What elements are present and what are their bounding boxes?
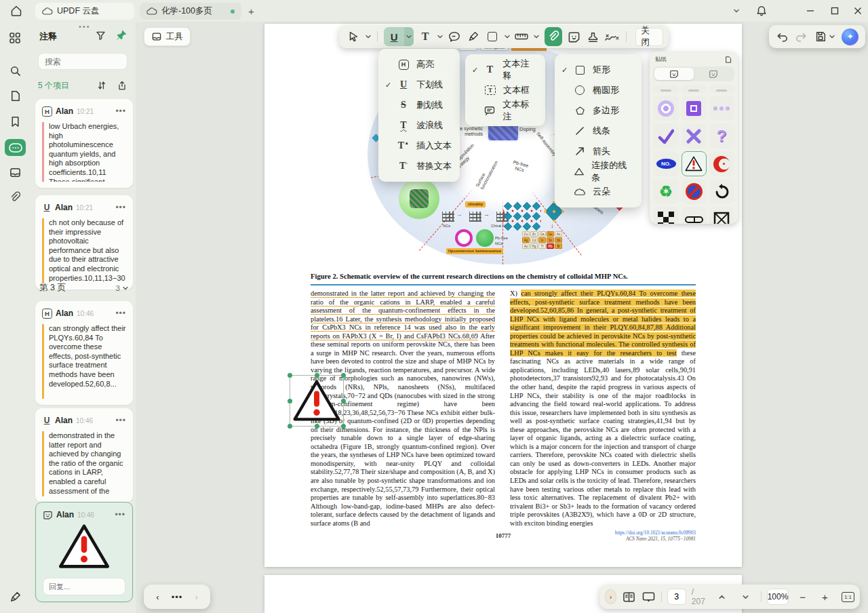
zoom-level[interactable]: 100%	[767, 589, 789, 605]
measure-tool[interactable]	[513, 27, 530, 46]
menu-item-rectangle[interactable]: ✓矩形	[555, 60, 642, 80]
menu-item-polygon[interactable]: ✓多边形	[555, 100, 642, 121]
menu-item-text-comment[interactable]: ✓T文本注释	[465, 60, 545, 80]
resize-handle[interactable]	[288, 399, 292, 403]
more-options-icon[interactable]: •••	[115, 416, 126, 425]
sticker-partial[interactable]	[654, 85, 679, 93]
resize-handle[interactable]	[288, 424, 292, 429]
resize-handle[interactable]	[315, 373, 319, 378]
comment-bubble-tool[interactable]	[446, 27, 463, 46]
presentation-mode-icon[interactable]	[642, 591, 656, 603]
collapse-chevron-icon[interactable]	[122, 285, 129, 292]
menu-item-cloud[interactable]: ✓云朵	[555, 182, 642, 202]
close-toolbar-button[interactable]: 关闭	[635, 28, 664, 46]
comment-card[interactable]: H Alan 10:21 ••• low Urbach energies, hi…	[35, 99, 133, 188]
page-number-input[interactable]	[668, 592, 686, 601]
sticker-no-entry[interactable]	[682, 179, 707, 204]
sticker-square[interactable]	[682, 96, 707, 121]
menu-item-insert-text[interactable]: ✓T▲插入文本	[378, 136, 460, 156]
tabs-dropdown-chevron[interactable]	[732, 7, 741, 14]
reading-mode-icon[interactable]	[622, 591, 636, 603]
stamp-tool[interactable]	[585, 27, 602, 46]
minimize-button[interactable]	[803, 4, 818, 18]
tab-document[interactable]: 化学-100多页	[140, 3, 241, 20]
sticker-capsule[interactable]	[682, 207, 707, 224]
pages-icon[interactable]	[8, 89, 22, 102]
warning-triangle-icon[interactable]	[292, 378, 341, 423]
menu-item-ellipse[interactable]: ✓椭圆形	[555, 80, 642, 100]
sticker-boxed-x[interactable]	[709, 207, 734, 224]
menu-item-connected-lines[interactable]: ✓连接的线条	[555, 161, 642, 182]
menu-item-arrow[interactable]: ✓箭头	[555, 141, 642, 161]
resize-handle[interactable]	[341, 399, 346, 403]
sort-icon[interactable]	[96, 80, 107, 91]
signature-tool[interactable]	[604, 27, 621, 46]
export-icon[interactable]	[117, 80, 127, 91]
filter-icon[interactable]	[95, 30, 106, 41]
resize-handle[interactable]	[341, 424, 346, 429]
panel-pin-icon[interactable]	[724, 56, 732, 64]
comment-card[interactable]: U Alan 10:21 ••• ch not only because of …	[35, 195, 133, 290]
zoom-in-button[interactable]: +	[822, 591, 828, 603]
notification-bell-icon[interactable]	[755, 5, 768, 17]
home-button[interactable]	[9, 4, 23, 18]
page-section-header[interactable]: 第 3 页 3	[39, 282, 129, 294]
comment-card-selected[interactable]: Alan 10:46 •••	[35, 502, 133, 602]
panel-drag-handle[interactable]: •••	[79, 22, 91, 31]
fit-actual-size-button[interactable]: 1:1	[842, 592, 854, 602]
menu-item-line[interactable]: ✓线条	[555, 121, 642, 141]
text-tool-chevron[interactable]	[435, 27, 444, 46]
sticker-cross[interactable]	[682, 123, 707, 149]
redo-icon[interactable]	[795, 31, 808, 43]
underline-tool-active[interactable]: U	[384, 27, 414, 46]
sticker-rotate-arrow[interactable]	[709, 179, 734, 204]
ai-assistant-button[interactable]: ✦	[842, 28, 859, 45]
reply-field[interactable]	[43, 578, 125, 595]
sticker-donut[interactable]	[654, 96, 679, 121]
warning-sticker-annotation[interactable]	[290, 375, 344, 427]
select-tool-chevron[interactable]	[363, 27, 372, 46]
expand-nav-button[interactable]: ›	[605, 589, 616, 604]
sticker-ellipsis[interactable]	[709, 96, 734, 121]
text-tool[interactable]: T	[416, 27, 434, 46]
sticker-warning-selected[interactable]	[682, 151, 707, 176]
sticker-partial[interactable]	[709, 85, 734, 93]
pen-mode-icon[interactable]	[8, 590, 22, 604]
search-input[interactable]	[39, 54, 127, 69]
menu-item-text-box[interactable]: ✓T文本框	[465, 80, 545, 100]
tools-button[interactable]: 工具	[144, 27, 191, 46]
menu-item-highlight[interactable]: ✓H高亮	[378, 54, 460, 75]
menu-item-replace-text[interactable]: ✓T▫替换文本	[378, 156, 460, 176]
more-options-icon[interactable]: •••	[115, 203, 126, 212]
sticker-checkmark[interactable]	[654, 123, 679, 149]
shape-tool-chevron[interactable]	[502, 27, 511, 46]
sticker-recycle[interactable]: ♻	[654, 179, 679, 204]
shape-tool[interactable]	[484, 27, 501, 46]
comments-icon-active[interactable]	[5, 139, 26, 156]
apps-grid-icon[interactable]	[8, 31, 22, 45]
next-page-chevron[interactable]	[741, 593, 750, 601]
more-options-icon[interactable]: •••	[115, 510, 125, 519]
tab-updf-cloud[interactable]: UPDF 云盘	[35, 3, 134, 20]
page-number-box[interactable]	[667, 589, 686, 605]
resize-handle[interactable]	[341, 373, 346, 378]
doi-link[interactable]: https://doi.org/10.1021/acsnano.0c08903	[533, 530, 696, 536]
more-options-icon[interactable]: •••	[115, 309, 126, 318]
attachments-icon[interactable]	[8, 191, 22, 204]
save-button[interactable]	[814, 31, 835, 43]
next-icon[interactable]: ›	[195, 592, 197, 602]
more-pages-icon[interactable]: •••	[172, 592, 183, 602]
new-tab-button[interactable]: +	[248, 5, 254, 17]
sticker-tab-alt[interactable]	[694, 68, 733, 80]
sticker-checkered[interactable]	[654, 207, 679, 224]
maximize-button[interactable]	[827, 4, 842, 18]
select-tool[interactable]	[344, 27, 362, 46]
sticker-partial[interactable]	[682, 85, 707, 93]
menu-item-underline[interactable]: ✓U下划线	[378, 75, 460, 95]
attachment-tool-active[interactable]	[545, 27, 562, 46]
more-options-icon[interactable]: •••	[115, 106, 126, 116]
underline-tool-chevron[interactable]	[404, 27, 414, 46]
resize-handle[interactable]	[288, 373, 292, 378]
previous-page-chevron[interactable]	[717, 593, 726, 601]
bookmarks-icon[interactable]	[8, 115, 22, 128]
